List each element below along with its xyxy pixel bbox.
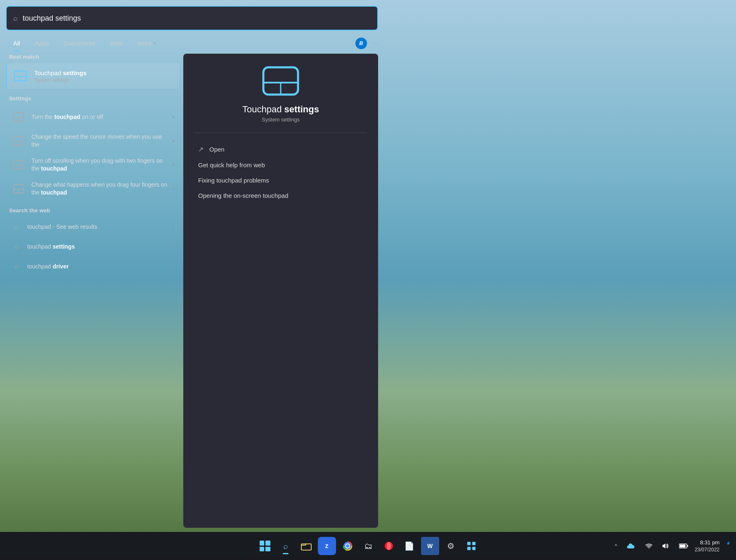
settings-item-2[interactable]: Turn off scrolling when you drag with tw…: [6, 153, 179, 177]
touchpad-small-icon-1: [11, 133, 26, 149]
detail-onscreen-action[interactable]: Opening the on-screen touchpad: [195, 188, 367, 203]
detail-actions: ↗ Open Get quick help from web Fixing to…: [195, 141, 367, 203]
web-search-item-0[interactable]: ⌕ touchpad - See web results ›: [6, 217, 179, 237]
taskbar-tray: ^: [611, 539, 729, 553]
detail-title: Touchpad settings: [242, 104, 319, 115]
chevron-right-icon-0: ›: [173, 114, 174, 120]
taskbar-start-button[interactable]: [256, 537, 274, 555]
search-web-icon-0: ⌕: [11, 221, 22, 233]
settings-item-0-text: Turn the touchpad on or off: [31, 113, 168, 121]
detail-web-help-action[interactable]: Get quick help from web: [195, 157, 367, 173]
taskbar-clock[interactable]: 8:31 pm 23/07/2022: [695, 539, 719, 553]
open-external-icon: ↗: [198, 145, 204, 153]
tab-documents[interactable]: Documents: [57, 36, 103, 50]
svg-point-23: [387, 542, 391, 550]
detail-touchpad-icon: [262, 66, 299, 97]
svg-rect-25: [467, 542, 471, 545]
chevron-right-icon-w2: ›: [173, 263, 174, 269]
fix-label: Fixing touchpad problems: [198, 177, 269, 184]
taskbar-chrome-button[interactable]: [338, 537, 357, 555]
tab-apps[interactable]: Apps: [28, 36, 57, 50]
svg-rect-32: [687, 545, 688, 547]
taskbar-search-button[interactable]: ⌕: [277, 537, 295, 555]
search-box-container: ⌕: [6, 6, 378, 31]
best-match-label: Best match: [9, 54, 179, 60]
detail-fix-action[interactable]: Fixing touchpad problems: [195, 173, 367, 188]
tab-more[interactable]: More ▾: [130, 36, 163, 50]
onscreen-label: Opening the on-screen touchpad: [198, 192, 289, 199]
taskbar-opera-button[interactable]: [380, 537, 398, 555]
settings-item-0[interactable]: Turn the touchpad on or off ›: [6, 105, 179, 129]
web-help-label: Get quick help from web: [198, 161, 265, 168]
best-match-title: Touchpad settings: [34, 69, 173, 77]
tab-web[interactable]: Web: [103, 36, 130, 50]
chevron-right-icon-3: ›: [173, 186, 174, 192]
results-left-panel: Best match Touchpad settings System sett…: [6, 54, 179, 528]
tray-chevron-up[interactable]: ^: [611, 541, 620, 551]
settings-item-3-text: Change what happens when you drag four f…: [31, 181, 168, 197]
search-input[interactable]: [23, 14, 371, 23]
settings-item-1[interactable]: Change the speed the cursor moves when y…: [6, 129, 179, 153]
chevron-down-icon: ▾: [154, 41, 156, 45]
svg-marker-29: [663, 543, 665, 548]
svg-rect-28: [472, 547, 476, 550]
detail-subtitle: System settings: [262, 116, 300, 123]
touchpad-icon-small: [13, 68, 28, 84]
taskbar-explorer-button[interactable]: [297, 537, 315, 555]
more-options-icon[interactable]: ···: [372, 39, 378, 47]
tray-cloud-icon[interactable]: [624, 541, 639, 551]
touchpad-small-icon-3: [11, 181, 26, 197]
web-search-item-1[interactable]: ⌕ touchpad settings ›: [6, 237, 179, 256]
svg-rect-31: [679, 544, 685, 547]
best-match-text: Touchpad settings System settings: [34, 69, 173, 83]
taskbar-settings-button[interactable]: ⚙: [442, 537, 460, 555]
taskbar-center: ⌕ Z 🗂: [256, 537, 480, 555]
chevron-right-icon-1: ›: [173, 138, 174, 144]
settings-item-2-text: Turn off scrolling when you drag with tw…: [31, 157, 168, 173]
search-tabs: All Apps Documents Web More ▾ B ···: [6, 36, 378, 51]
taskbar-zoom-button[interactable]: Z: [318, 537, 336, 555]
web-search-text-2: touchpad driver: [27, 263, 168, 270]
taskbar-app-grid-button[interactable]: [462, 537, 480, 555]
taskbar-files-button[interactable]: 🗂: [359, 537, 377, 555]
chevron-right-icon-2: ›: [173, 162, 174, 168]
web-search-list: ⌕ touchpad - See web results › ⌕ touchpa…: [6, 217, 179, 276]
web-search-item-2[interactable]: ⌕ touchpad driver ›: [6, 256, 179, 276]
time-display: 8:31 pm: [695, 539, 719, 546]
detail-open-action[interactable]: ↗ Open: [195, 141, 367, 157]
taskbar: ⌕ Z 🗂: [0, 532, 736, 560]
settings-section-label: Settings: [9, 95, 179, 102]
touchpad-small-icon-2: [11, 157, 26, 173]
chevron-right-icon-w1: ›: [173, 244, 174, 249]
settings-item-3[interactable]: Change what happens when you drag four f…: [6, 177, 179, 201]
notification-area[interactable]: i: [723, 542, 729, 550]
web-search-label: Search the web: [9, 207, 179, 214]
svg-point-21: [346, 544, 349, 548]
tray-wifi-icon[interactable]: [642, 541, 656, 551]
taskbar-word-button[interactable]: W: [421, 537, 439, 555]
bing-icon: B: [355, 38, 367, 49]
best-match-subtitle: System settings: [34, 77, 173, 83]
svg-rect-26: [472, 542, 476, 545]
search-web-icon-2: ⌕: [11, 261, 22, 272]
taskbar-notepad-button[interactable]: 📄: [400, 537, 419, 555]
svg-rect-27: [467, 547, 471, 550]
chevron-right-icon-w0: ›: [173, 224, 174, 230]
detail-divider: [195, 133, 367, 133]
tray-battery-icon[interactable]: [676, 542, 691, 550]
detail-panel: Touchpad settings System settings ↗ Open…: [183, 54, 378, 528]
best-match-item[interactable]: Touchpad settings System settings: [6, 63, 179, 89]
web-search-text-1: touchpad settings: [27, 243, 168, 250]
date-display: 23/07/2022: [695, 546, 719, 553]
search-web-icon-1: ⌕: [11, 241, 22, 252]
search-panel: ⌕ All Apps Documents Web More ▾ B ··· Be…: [0, 0, 384, 532]
open-label: Open: [209, 146, 225, 153]
search-icon: ⌕: [13, 14, 18, 23]
web-search-text-0: touchpad - See web results: [27, 223, 168, 230]
settings-item-1-text: Change the speed the cursor moves when y…: [31, 133, 168, 149]
settings-list: Turn the touchpad on or off › Change the…: [6, 105, 179, 201]
touchpad-small-icon-0: [11, 109, 26, 125]
tab-all[interactable]: All: [6, 36, 28, 50]
tray-volume-icon[interactable]: [659, 541, 672, 551]
